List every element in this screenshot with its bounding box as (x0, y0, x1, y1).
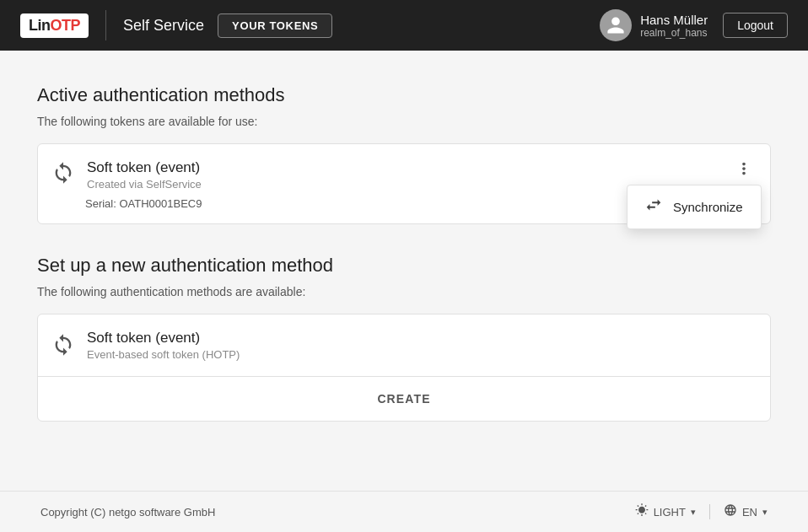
footer-divider (709, 504, 710, 519)
method-name: Soft token (event) (87, 330, 240, 347)
avatar (600, 9, 632, 41)
active-token-card: Soft token (event) Created via SelfServi… (37, 143, 771, 224)
token-menu-button[interactable] (731, 159, 757, 181)
header-divider (105, 10, 106, 40)
language-toggle[interactable]: EN ▾ (724, 503, 768, 520)
synchronize-label: Synchronize (673, 200, 743, 214)
active-methods-title: Active authentication methods (37, 84, 771, 106)
logo: LinOTP (20, 13, 89, 38)
theme-toggle[interactable]: LIGHT ▾ (635, 503, 696, 520)
token-row: Soft token (event) Created via SelfServi… (38, 144, 770, 191)
method-info: Soft token (event) Event-based soft toke… (87, 330, 240, 361)
lang-arrow-icon: ▾ (762, 507, 768, 518)
token-subtitle: Created via SelfService (87, 178, 719, 191)
new-method-desc: The following authentication methods are… (37, 285, 771, 298)
page-footer: Copyright (C) netgo software GmbH LIGHT … (0, 491, 808, 532)
create-button[interactable]: CREATE (364, 389, 444, 409)
synchronize-menu-item[interactable]: Synchronize (628, 185, 761, 228)
footer-controls: LIGHT ▾ EN ▾ (635, 503, 768, 520)
selfservice-label: Self Service (123, 17, 204, 35)
lang-label: EN (742, 506, 757, 519)
new-method-card: Soft token (event) Event-based soft toke… (37, 314, 771, 422)
sun-icon (635, 503, 649, 520)
logo-otp: OTP (51, 17, 81, 34)
token-dropdown-menu: Synchronize (627, 185, 762, 229)
token-name: Soft token (event) (87, 159, 719, 176)
main-content: Active authentication methods The follow… (37, 51, 771, 492)
logout-button[interactable]: Logout (723, 13, 788, 38)
theme-label: LIGHT (654, 506, 686, 519)
active-methods-desc: The following tokens are available for u… (37, 115, 771, 128)
soft-token-icon (51, 161, 75, 188)
copyright: Copyright (C) netgo software GmbH (40, 506, 215, 519)
new-method-title: Set up a new authentication method (37, 255, 771, 277)
method-row: Soft token (event) Event-based soft toke… (38, 314, 770, 376)
synchronize-icon (644, 196, 663, 218)
your-tokens-button[interactable]: YOUR TOKENS (218, 13, 332, 38)
globe-icon (724, 503, 737, 520)
user-name: Hans Müller (640, 13, 708, 27)
create-btn-row: CREATE (38, 376, 770, 421)
method-subtitle: Event-based soft token (HOTP) (87, 348, 240, 361)
token-info: Soft token (event) Created via SelfServi… (87, 159, 719, 191)
user-info-area: Hans Müller realm_of_hans Logout (600, 9, 788, 41)
method-icon (51, 333, 75, 360)
theme-arrow-icon: ▾ (691, 507, 696, 518)
app-header: LinOTP Self Service YOUR TOKENS Hans Mül… (0, 0, 808, 51)
user-realm: realm_of_hans (640, 27, 708, 39)
user-details: Hans Müller realm_of_hans (640, 13, 708, 39)
logo-lin: Lin (29, 17, 51, 34)
